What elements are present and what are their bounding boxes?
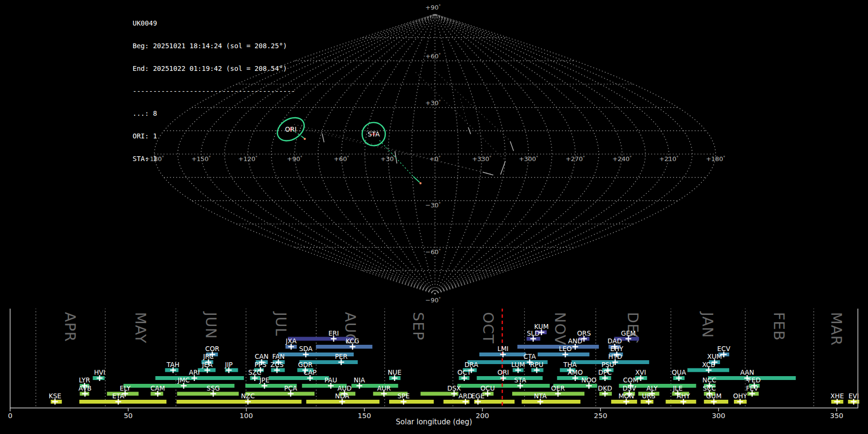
shower-code-label: SCC bbox=[703, 384, 716, 392]
shower-code-label: HYD bbox=[608, 353, 622, 360]
month-label: SEP bbox=[410, 312, 427, 340]
shower-code-label: RPU bbox=[530, 361, 543, 368]
shower-code-label: STA bbox=[514, 376, 527, 384]
shower-code-label: JXA bbox=[285, 337, 297, 345]
shower-code-label: PSU bbox=[601, 361, 614, 368]
shower-code-label: XCB bbox=[702, 361, 715, 368]
activity-bar bbox=[316, 345, 372, 349]
month-label: NOV bbox=[552, 312, 569, 345]
shower-code-label: PAU bbox=[325, 376, 337, 384]
shower-code-label: DRA bbox=[464, 361, 478, 368]
grid-meridian bbox=[435, 14, 692, 294]
shower-code-label: ECV bbox=[717, 345, 731, 353]
shower-bar-eri bbox=[288, 337, 354, 341]
shower-code-label: KSE bbox=[49, 392, 61, 400]
meteor-trail bbox=[510, 141, 514, 151]
shower-code-label: XUM bbox=[707, 353, 722, 360]
shower-bar-pca bbox=[245, 392, 314, 396]
month-label: MAR bbox=[828, 312, 845, 346]
matched-trail-segment bbox=[302, 136, 304, 138]
activity-bar bbox=[458, 384, 550, 388]
solar-longitude-activity-chart: APRMAYJUNJULAUGSEPOCTNOVDECJANFEBMARKUME… bbox=[0, 309, 868, 434]
longitude-label: +240° bbox=[612, 155, 632, 163]
month-label: JUN bbox=[203, 311, 219, 339]
longitude-label: +150° bbox=[191, 155, 211, 163]
shower-code-label: ZCS bbox=[271, 361, 284, 368]
shower-code-label: ELY bbox=[120, 384, 131, 392]
longitude-label: +330° bbox=[472, 155, 491, 163]
longitude-label: +300° bbox=[519, 155, 538, 163]
meteor-extension-line bbox=[300, 128, 493, 175]
shower-code-label: AUR bbox=[377, 384, 391, 392]
shower-code-label: SZC bbox=[248, 368, 261, 376]
shower-code-label: NOO bbox=[582, 376, 597, 384]
latitude-label: +60° bbox=[425, 53, 441, 60]
meteor-trail bbox=[468, 127, 471, 134]
shower-code-label: FAN bbox=[272, 353, 285, 360]
shower-code-label: ARI bbox=[189, 368, 200, 376]
month-label: JAN bbox=[699, 311, 716, 338]
shower-code-label: QUA bbox=[672, 368, 687, 376]
shower-code-label: XVI bbox=[635, 368, 646, 376]
activity-bar bbox=[245, 392, 314, 396]
shower-code-label: SDA bbox=[299, 345, 313, 353]
shower-code-label: ORS bbox=[577, 329, 591, 337]
shower-bar-ori bbox=[477, 376, 543, 380]
shower-bar-spe bbox=[389, 400, 434, 404]
month-label: MAY bbox=[132, 312, 149, 343]
latitude-label: +30° bbox=[425, 99, 441, 107]
shower-code-label: XHE bbox=[830, 392, 844, 400]
latitude-label: −90° bbox=[425, 297, 441, 304]
activity-bar bbox=[522, 400, 581, 404]
shower-code-label: FED bbox=[748, 376, 761, 384]
shower-code-label: HVI bbox=[94, 368, 105, 376]
shower-code-label: OHY bbox=[733, 392, 747, 400]
axis-tick-label: 200 bbox=[476, 412, 489, 420]
activity-bar bbox=[512, 392, 584, 396]
shower-code-label: CAM bbox=[150, 384, 165, 392]
axis-tick-label: 50 bbox=[124, 412, 133, 420]
longitude-label: +0° bbox=[429, 155, 441, 163]
activity-bar bbox=[517, 345, 599, 349]
shower-code-label: LMI bbox=[497, 345, 508, 353]
shower-code-label: JLE bbox=[672, 384, 682, 392]
activity-bar bbox=[269, 376, 329, 380]
meteor-extension-line bbox=[461, 99, 468, 127]
radiant-ori: ORI bbox=[273, 113, 308, 145]
shower-bar-sta bbox=[458, 384, 550, 388]
latitude-label: −30° bbox=[425, 202, 441, 209]
shower-code-label: EGE bbox=[471, 392, 485, 400]
radiant-sta: STA bbox=[362, 122, 385, 146]
longitude-label: +210° bbox=[659, 155, 678, 163]
shower-code-label: URS bbox=[642, 392, 655, 400]
sky-map-sinusoidal-projection: ORISTA+180°+150°+120°+90°+60°+30°+0°+330… bbox=[0, 0, 868, 309]
activity-bar bbox=[288, 337, 354, 341]
activity-bar bbox=[155, 376, 244, 380]
shower-code-label: PCA bbox=[284, 384, 298, 392]
radiant-label: STA bbox=[367, 130, 380, 138]
shower-code-label: NUE bbox=[388, 368, 402, 376]
shower-code-label: OCU bbox=[480, 384, 495, 392]
longitude-label: +180° bbox=[145, 155, 164, 163]
month-label: APR bbox=[62, 312, 79, 342]
latitude-label: +90° bbox=[425, 4, 441, 11]
trail-end-dot bbox=[304, 138, 306, 140]
shower-bar-and bbox=[517, 345, 599, 349]
shower-code-label: FEV bbox=[746, 384, 759, 392]
shower-code-label: NDA bbox=[335, 392, 350, 400]
shower-bar-cap bbox=[269, 376, 329, 380]
meteor-trail bbox=[483, 172, 493, 175]
shower-code-label: GEM bbox=[621, 329, 636, 337]
shower-code-label: GDR bbox=[298, 361, 312, 368]
meteor-observation-screen: UK0049 Beg: 20251021 18:14:24 (sol = 208… bbox=[0, 0, 868, 434]
axis-tick-label: 100 bbox=[240, 412, 253, 420]
shower-code-label: AAN bbox=[740, 368, 754, 376]
shower-code-label: COR bbox=[205, 345, 219, 353]
shower-code-label: AHY bbox=[677, 392, 690, 400]
shower-bar-nta bbox=[522, 400, 581, 404]
shower-bar-ari bbox=[155, 376, 244, 380]
shower-bar-nzc bbox=[176, 400, 301, 404]
axis-tick-label: 300 bbox=[712, 412, 725, 420]
month-label: FEB bbox=[771, 312, 787, 341]
shower-code-label: EVI bbox=[848, 392, 859, 400]
